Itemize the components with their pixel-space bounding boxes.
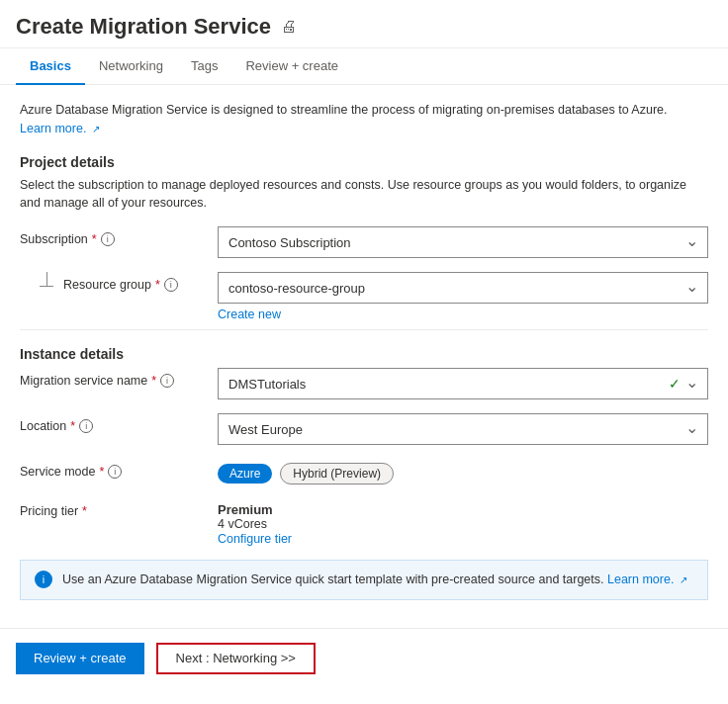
main-content: Azure Database Migration Service is desi… — [0, 85, 728, 616]
external-link-icon-top: ↗ — [92, 122, 100, 136]
print-icon[interactable]: 🖨 — [281, 18, 297, 36]
migration-service-name-input[interactable]: DMSTutorials — [218, 368, 708, 399]
tab-tags[interactable]: Tags — [177, 48, 231, 85]
migration-name-required: * — [151, 374, 156, 388]
info-banner-text: Use an Azure Database Migration Service … — [62, 571, 687, 589]
migration-service-name-label: Migration service name * i — [20, 368, 218, 388]
service-mode-label: Service mode * i — [20, 459, 218, 479]
migration-service-name-control: DMSTutorials — [218, 368, 708, 399]
pricing-tier-row: Pricing tier * Premium 4 vCores Configur… — [20, 498, 708, 546]
pricing-tier-required: * — [82, 504, 87, 518]
external-link-icon-banner: ↗ — [680, 572, 687, 587]
migration-service-name-row: Migration service name * i DMSTutorials — [20, 368, 708, 399]
migration-name-select-wrapper: DMSTutorials — [218, 368, 708, 399]
resource-group-control: contoso-resource-group Create new — [218, 272, 708, 321]
location-label: Location * i — [20, 413, 218, 433]
service-description: Azure Database Migration Service is desi… — [20, 101, 708, 138]
info-banner: i Use an Azure Database Migration Servic… — [20, 560, 708, 600]
project-details-desc: Select the subscription to manage deploy… — [20, 176, 708, 214]
subscription-label: Subscription * i — [20, 226, 218, 246]
location-info-icon[interactable]: i — [79, 419, 93, 433]
location-select-wrapper: West Europe — [218, 413, 708, 445]
configure-tier-link[interactable]: Configure tier — [218, 532, 292, 546]
service-mode-info-icon[interactable]: i — [108, 465, 122, 479]
service-mode-control: Azure Hybrid (Preview) — [218, 459, 708, 484]
location-select[interactable]: West Europe — [218, 413, 708, 445]
subscription-required: * — [92, 232, 97, 246]
service-mode-azure[interactable]: Azure — [218, 464, 272, 484]
resource-group-label-area: Resource group * i — [20, 272, 218, 292]
service-mode-options: Azure Hybrid (Preview) — [218, 459, 708, 484]
location-control: West Europe — [218, 413, 708, 445]
subscription-control: Contoso Subscription — [218, 226, 708, 258]
next-networking-button[interactable]: Next : Networking >> — [156, 643, 316, 674]
resource-group-select-wrapper: contoso-resource-group — [218, 272, 708, 304]
subscription-select-wrapper: Contoso Subscription — [218, 226, 708, 258]
page-footer: Review + create Next : Networking >> — [0, 628, 728, 688]
section-divider — [20, 329, 708, 330]
resource-group-select[interactable]: contoso-resource-group — [218, 272, 708, 304]
pricing-vcores: 4 vCores — [218, 517, 708, 531]
service-mode-hybrid[interactable]: Hybrid (Preview) — [280, 463, 394, 484]
tab-basics[interactable]: Basics — [16, 48, 85, 85]
migration-name-info-icon[interactable]: i — [160, 374, 174, 388]
service-mode-row: Service mode * i Azure Hybrid (Preview) — [20, 459, 708, 484]
learn-more-link-top[interactable]: Learn more. ↗ — [20, 122, 100, 135]
service-mode-required: * — [99, 465, 104, 479]
tab-review-create[interactable]: Review + create — [231, 48, 352, 85]
subscription-info-icon[interactable]: i — [101, 232, 115, 246]
resource-group-info-icon[interactable]: i — [164, 278, 178, 292]
pricing-tier-control: Premium 4 vCores Configure tier — [218, 498, 708, 546]
page-header: Create Migration Service 🖨 — [0, 0, 728, 48]
learn-more-link-banner[interactable]: Learn more. ↗ — [607, 572, 687, 586]
create-new-link[interactable]: Create new — [218, 308, 281, 321]
resource-group-label-text: Resource group — [63, 278, 151, 292]
page-title: Create Migration Service — [16, 14, 271, 40]
location-required: * — [70, 419, 75, 433]
pricing-tier-label: Pricing tier * — [20, 498, 218, 518]
pricing-tier-name: Premium — [218, 502, 708, 517]
review-create-button[interactable]: Review + create — [16, 643, 144, 674]
instance-details-title: Instance details — [20, 346, 708, 362]
resource-group-required: * — [155, 278, 160, 292]
tabs-bar: Basics Networking Tags Review + create — [0, 48, 728, 85]
info-banner-icon: i — [35, 571, 52, 588]
location-row: Location * i West Europe — [20, 413, 708, 445]
project-details-title: Project details — [20, 154, 708, 170]
subscription-select[interactable]: Contoso Subscription — [218, 226, 708, 258]
subscription-row: Subscription * i Contoso Subscription — [20, 226, 708, 258]
tab-networking[interactable]: Networking — [85, 48, 177, 85]
resource-group-row: Resource group * i contoso-resource-grou… — [20, 272, 708, 321]
